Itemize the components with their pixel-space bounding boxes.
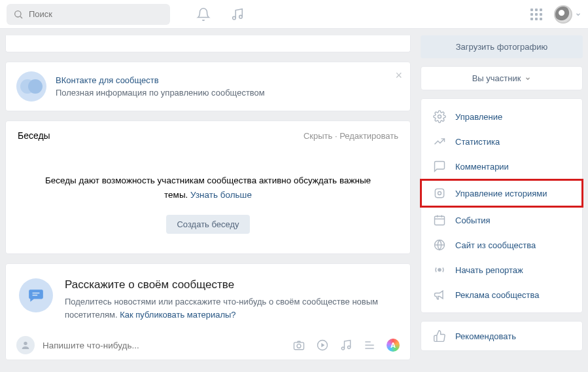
separator: · — [332, 131, 339, 141]
thumbs-up-icon — [433, 329, 446, 343]
promo-card[interactable]: ВКонтакте для сообществ Полезная информа… — [5, 62, 411, 111]
svg-marker-10 — [321, 343, 324, 348]
community-icon — [16, 71, 46, 102]
poster-icon[interactable]: A — [387, 339, 400, 352]
top-right — [530, 5, 581, 24]
upload-photo-button[interactable]: Загрузить фотографию — [421, 35, 583, 58]
menu-events[interactable]: События — [421, 208, 582, 232]
recommend-card: Рекомендовать — [421, 321, 583, 351]
recommend-button[interactable]: Рекомендовать — [421, 322, 582, 350]
close-icon[interactable]: × — [395, 69, 402, 83]
compose-avatar — [16, 336, 35, 354]
about-card: Расскажите о своём сообществе Поделитесь… — [5, 263, 411, 360]
svg-line-1 — [20, 16, 22, 18]
search-box[interactable] — [7, 4, 170, 25]
svg-rect-17 — [435, 189, 443, 197]
apps-icon[interactable] — [530, 9, 542, 20]
stats-icon — [433, 135, 446, 148]
chevron-down-icon — [575, 11, 581, 18]
learn-more-link[interactable]: Узнать больше — [190, 190, 252, 200]
calendar-icon — [433, 214, 446, 227]
menu-comments[interactable]: Комментарии — [421, 154, 582, 179]
menu-label: Сайт из сообщества — [455, 240, 536, 250]
svg-point-12 — [348, 346, 351, 348]
conversations-text: Беседы дают возможность участникам сообщ… — [32, 174, 384, 202]
gear-icon — [433, 110, 446, 123]
menu-label: Начать репортаж — [455, 265, 523, 275]
globe-icon — [433, 238, 446, 251]
video-icon[interactable] — [316, 339, 329, 352]
admin-menu: Управление Статистика Комментарии Управл… — [421, 98, 583, 313]
conversations-card: Беседы Скрыть · Редактировать Беседы даю… — [5, 121, 411, 254]
menu-label: События — [455, 215, 491, 225]
compose-input[interactable] — [43, 341, 285, 350]
menu-label: Комментарии — [455, 162, 509, 172]
menu-management[interactable]: Управление — [421, 104, 582, 129]
menu-website[interactable]: Сайт из сообщества — [421, 232, 582, 257]
cut-card-top — [5, 35, 411, 52]
avatar — [554, 5, 572, 24]
create-conversation-button[interactable]: Создать беседу — [166, 215, 249, 234]
svg-rect-7 — [294, 343, 304, 350]
svg-point-0 — [15, 10, 21, 16]
membership-button[interactable]: Вы участник — [421, 66, 583, 90]
svg-point-8 — [297, 344, 301, 348]
svg-point-3 — [239, 15, 243, 18]
topbar — [0, 0, 588, 29]
bell-icon[interactable] — [196, 7, 211, 22]
search-icon — [13, 9, 24, 20]
chevron-down-icon — [525, 75, 531, 82]
how-to-publish-link[interactable]: Как публиковать материалы? — [120, 310, 235, 320]
search-input[interactable] — [29, 9, 164, 19]
menu-ads[interactable]: Реклама сообщества — [421, 282, 582, 307]
top-icons — [196, 7, 245, 22]
comment-icon — [433, 160, 446, 173]
edit-link[interactable]: Редактировать — [339, 131, 398, 141]
profile-menu[interactable] — [554, 5, 581, 24]
about-title: Расскажите о своём сообществе — [65, 278, 397, 291]
svg-point-2 — [233, 16, 236, 20]
music-note-icon[interactable] — [339, 339, 353, 352]
svg-point-16 — [438, 115, 441, 119]
svg-rect-19 — [435, 216, 445, 225]
menu-label: Управление — [455, 112, 502, 122]
membership-label: Вы участник — [472, 73, 521, 83]
svg-point-6 — [24, 342, 27, 345]
menu-stories-management[interactable]: Управление историями — [420, 179, 583, 208]
camera-icon[interactable] — [292, 339, 305, 352]
menu-label: Статистика — [455, 137, 500, 147]
recommend-label: Рекомендовать — [455, 331, 516, 341]
menu-label: Реклама сообщества — [455, 290, 540, 300]
svg-point-18 — [438, 192, 441, 195]
chat-bubble-icon — [19, 278, 53, 312]
promo-subtitle: Полезная информация по управлению сообще… — [56, 88, 265, 98]
compose-row: A — [6, 330, 410, 360]
menu-label: Управление историями — [455, 189, 547, 198]
menu-statistics[interactable]: Статистика — [421, 129, 582, 154]
music-icon[interactable] — [230, 7, 245, 22]
megaphone-icon — [433, 288, 446, 301]
stories-icon — [433, 187, 446, 200]
about-subtitle: Поделитесь новостями или расскажите что-… — [65, 295, 397, 321]
svg-point-11 — [341, 347, 344, 350]
article-icon[interactable] — [363, 339, 376, 352]
conversations-title: Беседы — [18, 130, 50, 141]
live-icon — [433, 263, 446, 276]
hide-link[interactable]: Скрыть — [303, 131, 332, 141]
svg-point-25 — [438, 269, 441, 271]
menu-live[interactable]: Начать репортаж — [421, 257, 582, 282]
svg-rect-4 — [33, 293, 40, 294]
promo-title: ВКонтакте для сообществ — [56, 75, 265, 85]
svg-rect-5 — [33, 295, 38, 296]
